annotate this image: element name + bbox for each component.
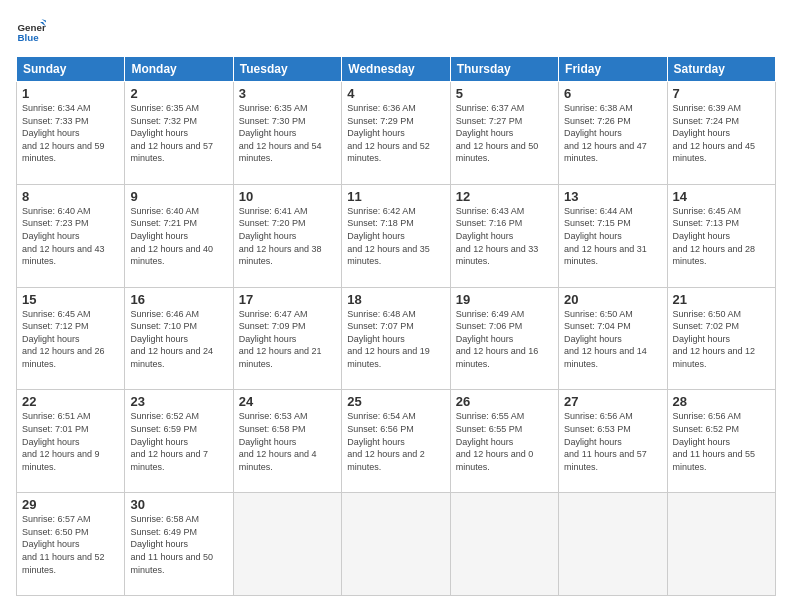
day-number: 5 [456, 86, 553, 101]
day-info: Sunrise: 6:40 AM Sunset: 7:21 PM Dayligh… [130, 205, 227, 268]
day-number: 28 [673, 394, 770, 409]
day-header-saturday: Saturday [667, 57, 775, 82]
day-cell: 23 Sunrise: 6:52 AM Sunset: 6:59 PM Dayl… [125, 390, 233, 493]
day-cell: 29 Sunrise: 6:57 AM Sunset: 6:50 PM Dayl… [17, 493, 125, 596]
day-cell: 25 Sunrise: 6:54 AM Sunset: 6:56 PM Dayl… [342, 390, 450, 493]
day-cell: 7 Sunrise: 6:39 AM Sunset: 7:24 PM Dayli… [667, 82, 775, 185]
day-header-wednesday: Wednesday [342, 57, 450, 82]
day-info: Sunrise: 6:45 AM Sunset: 7:13 PM Dayligh… [673, 205, 770, 268]
day-number: 1 [22, 86, 119, 101]
day-info: Sunrise: 6:50 AM Sunset: 7:02 PM Dayligh… [673, 308, 770, 371]
day-cell: 18 Sunrise: 6:48 AM Sunset: 7:07 PM Dayl… [342, 287, 450, 390]
day-cell: 21 Sunrise: 6:50 AM Sunset: 7:02 PM Dayl… [667, 287, 775, 390]
calendar-header-row: SundayMondayTuesdayWednesdayThursdayFrid… [17, 57, 776, 82]
day-number: 11 [347, 189, 444, 204]
day-cell: 28 Sunrise: 6:56 AM Sunset: 6:52 PM Dayl… [667, 390, 775, 493]
week-row-2: 8 Sunrise: 6:40 AM Sunset: 7:23 PM Dayli… [17, 184, 776, 287]
day-header-thursday: Thursday [450, 57, 558, 82]
day-number: 12 [456, 189, 553, 204]
day-header-tuesday: Tuesday [233, 57, 341, 82]
day-number: 27 [564, 394, 661, 409]
day-number: 6 [564, 86, 661, 101]
day-number: 16 [130, 292, 227, 307]
day-cell: 24 Sunrise: 6:53 AM Sunset: 6:58 PM Dayl… [233, 390, 341, 493]
day-number: 9 [130, 189, 227, 204]
svg-text:Blue: Blue [18, 32, 40, 43]
day-number: 15 [22, 292, 119, 307]
day-number: 21 [673, 292, 770, 307]
day-info: Sunrise: 6:58 AM Sunset: 6:49 PM Dayligh… [130, 513, 227, 576]
week-row-3: 15 Sunrise: 6:45 AM Sunset: 7:12 PM Dayl… [17, 287, 776, 390]
day-number: 26 [456, 394, 553, 409]
day-info: Sunrise: 6:41 AM Sunset: 7:20 PM Dayligh… [239, 205, 336, 268]
day-number: 2 [130, 86, 227, 101]
day-info: Sunrise: 6:39 AM Sunset: 7:24 PM Dayligh… [673, 102, 770, 165]
day-cell [667, 493, 775, 596]
day-cell: 17 Sunrise: 6:47 AM Sunset: 7:09 PM Dayl… [233, 287, 341, 390]
day-info: Sunrise: 6:36 AM Sunset: 7:29 PM Dayligh… [347, 102, 444, 165]
day-cell: 30 Sunrise: 6:58 AM Sunset: 6:49 PM Dayl… [125, 493, 233, 596]
day-cell: 2 Sunrise: 6:35 AM Sunset: 7:32 PM Dayli… [125, 82, 233, 185]
day-info: Sunrise: 6:42 AM Sunset: 7:18 PM Dayligh… [347, 205, 444, 268]
page: General Blue SundayMondayTuesdayWednesda… [0, 0, 792, 612]
day-info: Sunrise: 6:53 AM Sunset: 6:58 PM Dayligh… [239, 410, 336, 473]
day-info: Sunrise: 6:43 AM Sunset: 7:16 PM Dayligh… [456, 205, 553, 268]
day-number: 10 [239, 189, 336, 204]
day-info: Sunrise: 6:46 AM Sunset: 7:10 PM Dayligh… [130, 308, 227, 371]
day-header-friday: Friday [559, 57, 667, 82]
day-number: 4 [347, 86, 444, 101]
day-info: Sunrise: 6:57 AM Sunset: 6:50 PM Dayligh… [22, 513, 119, 576]
day-number: 29 [22, 497, 119, 512]
day-cell [342, 493, 450, 596]
day-cell: 12 Sunrise: 6:43 AM Sunset: 7:16 PM Dayl… [450, 184, 558, 287]
day-info: Sunrise: 6:45 AM Sunset: 7:12 PM Dayligh… [22, 308, 119, 371]
day-number: 17 [239, 292, 336, 307]
day-info: Sunrise: 6:34 AM Sunset: 7:33 PM Dayligh… [22, 102, 119, 165]
day-number: 18 [347, 292, 444, 307]
day-info: Sunrise: 6:55 AM Sunset: 6:55 PM Dayligh… [456, 410, 553, 473]
day-number: 22 [22, 394, 119, 409]
day-number: 24 [239, 394, 336, 409]
day-number: 23 [130, 394, 227, 409]
day-cell: 1 Sunrise: 6:34 AM Sunset: 7:33 PM Dayli… [17, 82, 125, 185]
day-number: 3 [239, 86, 336, 101]
day-cell: 6 Sunrise: 6:38 AM Sunset: 7:26 PM Dayli… [559, 82, 667, 185]
day-cell: 19 Sunrise: 6:49 AM Sunset: 7:06 PM Dayl… [450, 287, 558, 390]
day-cell [450, 493, 558, 596]
day-info: Sunrise: 6:48 AM Sunset: 7:07 PM Dayligh… [347, 308, 444, 371]
day-info: Sunrise: 6:44 AM Sunset: 7:15 PM Dayligh… [564, 205, 661, 268]
day-cell: 16 Sunrise: 6:46 AM Sunset: 7:10 PM Dayl… [125, 287, 233, 390]
day-number: 7 [673, 86, 770, 101]
day-number: 14 [673, 189, 770, 204]
day-number: 19 [456, 292, 553, 307]
day-cell: 8 Sunrise: 6:40 AM Sunset: 7:23 PM Dayli… [17, 184, 125, 287]
day-cell [233, 493, 341, 596]
day-cell: 22 Sunrise: 6:51 AM Sunset: 7:01 PM Dayl… [17, 390, 125, 493]
day-number: 30 [130, 497, 227, 512]
day-cell: 5 Sunrise: 6:37 AM Sunset: 7:27 PM Dayli… [450, 82, 558, 185]
day-cell: 20 Sunrise: 6:50 AM Sunset: 7:04 PM Dayl… [559, 287, 667, 390]
day-cell: 10 Sunrise: 6:41 AM Sunset: 7:20 PM Dayl… [233, 184, 341, 287]
day-cell: 15 Sunrise: 6:45 AM Sunset: 7:12 PM Dayl… [17, 287, 125, 390]
day-cell: 3 Sunrise: 6:35 AM Sunset: 7:30 PM Dayli… [233, 82, 341, 185]
day-cell [559, 493, 667, 596]
day-info: Sunrise: 6:54 AM Sunset: 6:56 PM Dayligh… [347, 410, 444, 473]
day-cell: 27 Sunrise: 6:56 AM Sunset: 6:53 PM Dayl… [559, 390, 667, 493]
day-header-monday: Monday [125, 57, 233, 82]
day-info: Sunrise: 6:35 AM Sunset: 7:32 PM Dayligh… [130, 102, 227, 165]
day-cell: 14 Sunrise: 6:45 AM Sunset: 7:13 PM Dayl… [667, 184, 775, 287]
day-info: Sunrise: 6:51 AM Sunset: 7:01 PM Dayligh… [22, 410, 119, 473]
day-header-sunday: Sunday [17, 57, 125, 82]
header: General Blue [16, 16, 776, 46]
week-row-5: 29 Sunrise: 6:57 AM Sunset: 6:50 PM Dayl… [17, 493, 776, 596]
day-info: Sunrise: 6:40 AM Sunset: 7:23 PM Dayligh… [22, 205, 119, 268]
day-cell: 26 Sunrise: 6:55 AM Sunset: 6:55 PM Dayl… [450, 390, 558, 493]
week-row-1: 1 Sunrise: 6:34 AM Sunset: 7:33 PM Dayli… [17, 82, 776, 185]
day-number: 8 [22, 189, 119, 204]
day-info: Sunrise: 6:38 AM Sunset: 7:26 PM Dayligh… [564, 102, 661, 165]
day-info: Sunrise: 6:37 AM Sunset: 7:27 PM Dayligh… [456, 102, 553, 165]
day-info: Sunrise: 6:50 AM Sunset: 7:04 PM Dayligh… [564, 308, 661, 371]
day-info: Sunrise: 6:56 AM Sunset: 6:53 PM Dayligh… [564, 410, 661, 473]
day-number: 25 [347, 394, 444, 409]
logo-icon: General Blue [16, 16, 46, 46]
